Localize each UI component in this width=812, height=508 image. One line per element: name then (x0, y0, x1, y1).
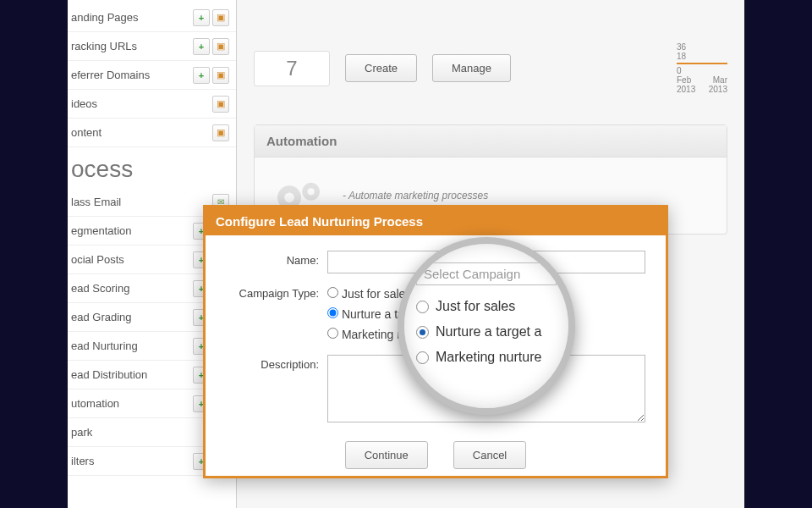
panel-title: Automation (255, 125, 727, 157)
sidebar-item-content[interactable]: ontent ▣ (68, 119, 236, 147)
radio-icon (416, 351, 429, 364)
y-tick: 18 (677, 52, 686, 61)
sidebar-label: ideos (71, 97, 212, 110)
radio-icon (416, 326, 429, 339)
sidebar-label: ead Scoring (71, 282, 193, 295)
sidebar-label: ead Distribution (71, 368, 193, 381)
panel-description: - Automate marketing processes (343, 190, 488, 202)
create-button[interactable]: Create (345, 54, 417, 82)
sidebar-section-process: ocess (68, 147, 236, 188)
radio-just-for-sales[interactable]: Just for sales (416, 294, 557, 319)
sidebar-label: ilters (71, 455, 193, 467)
folder-icon[interactable]: ▣ (212, 67, 229, 84)
sidebar-label: ontent (71, 126, 212, 139)
folder-icon[interactable]: ▣ (212, 124, 229, 141)
mini-chart: 36 18 0 FebMar 20132013 (677, 42, 727, 94)
radio-label: Marketing nurture (436, 350, 541, 365)
sidebar-label: park (71, 426, 212, 439)
y-tick: 36 (677, 42, 686, 52)
sidebar-label: ead Grading (71, 311, 193, 323)
x-year: 2013 (709, 85, 727, 94)
x-tick: Feb (677, 75, 691, 85)
x-year: 2013 (677, 85, 695, 94)
x-tick: Mar (713, 75, 727, 85)
radio-label: Nurture a target a (436, 324, 541, 340)
folder-icon[interactable]: ▣ (212, 9, 229, 26)
add-icon[interactable]: + (193, 67, 210, 84)
sidebar-label: ocial Posts (71, 253, 193, 266)
sidebar-label: ead Nurturing (71, 340, 193, 352)
add-icon[interactable]: + (193, 38, 210, 55)
sidebar-label: lass Email (71, 196, 212, 208)
magnifier-overlay: Select Campaign Just for sales Nurture a… (398, 237, 575, 415)
campaign-label: Campaign Type: (226, 284, 327, 300)
radio-marketing-nurture[interactable]: Marketing nurture (416, 345, 557, 370)
continue-button[interactable]: Continue (345, 441, 428, 469)
sidebar-label: anding Pages (71, 11, 193, 24)
y-tick: 0 (677, 66, 682, 75)
manage-button[interactable]: Manage (432, 54, 511, 82)
radio-nurture-target[interactable]: Nurture a target a (416, 319, 557, 345)
description-label: Description: (226, 355, 327, 371)
modal-title: Configure Lead Nurturing Process (206, 207, 666, 235)
count-box: 7 (254, 51, 330, 86)
top-row: 7 Create Manage 36 18 0 FebMar 20132013 (254, 42, 727, 94)
svg-point-3 (308, 188, 315, 195)
add-icon[interactable]: + (193, 9, 210, 26)
svg-point-1 (284, 193, 294, 203)
sidebar-item-referrer-domains[interactable]: eferrer Domains + ▣ (68, 61, 236, 90)
radio-icon (416, 301, 429, 313)
sidebar-item-videos[interactable]: ideos ▣ (68, 90, 236, 119)
folder-icon[interactable]: ▣ (212, 96, 229, 113)
sidebar-label: racking URLs (71, 40, 193, 52)
radio-label: Just for sales (436, 299, 515, 314)
name-label: Name: (226, 251, 327, 267)
sidebar-item-tracking-urls[interactable]: racking URLs + ▣ (68, 32, 236, 61)
sidebar-item-landing-pages[interactable]: anding Pages + ▣ (68, 3, 236, 32)
sidebar-label: utomation (71, 397, 193, 410)
sidebar-label: eferrer Domains (71, 69, 193, 81)
cancel-button[interactable]: Cancel (453, 441, 526, 469)
folder-icon[interactable]: ▣ (212, 38, 229, 55)
sidebar-label: egmentation (71, 224, 193, 237)
campaign-select[interactable]: Select Campaign (416, 262, 557, 285)
